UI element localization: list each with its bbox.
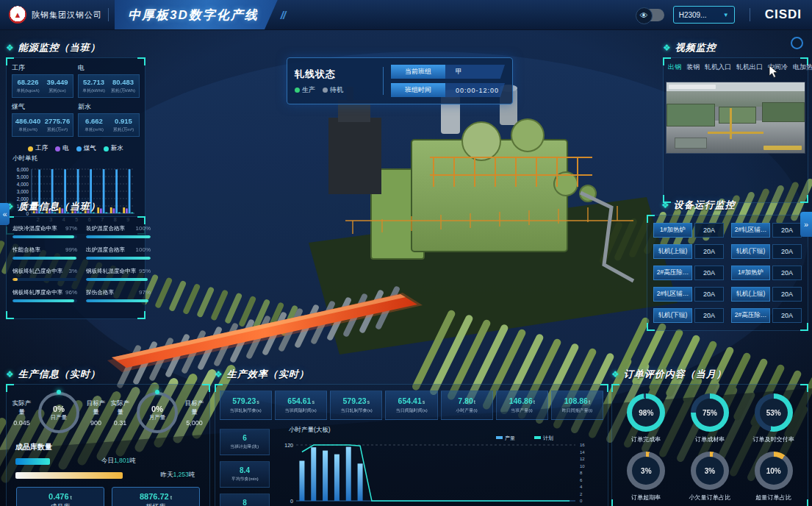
svg-text:6: 6 <box>580 478 583 482</box>
equipment-item: 2#轧区辅…20A <box>653 287 724 302</box>
video-panel: ❖ 视频监控 出钢装钢轧机入口轧机出口中间冷电加热 <box>663 41 808 203</box>
stat-card: 579.23s当班轧制节奏(s) <box>220 391 272 420</box>
equipment-item: 2#轧区辅…20A <box>731 223 802 238</box>
orders-panel-title: 订单评价内容（当月） <box>624 368 727 381</box>
panel-diamond-icon: ❖ <box>661 200 669 210</box>
stat-card: 7.80t小时产量(t) <box>441 391 493 420</box>
quality-item: 装炉温度合格率100% <box>86 224 151 238</box>
equipment-item: 轧机(下辊)20A <box>653 308 724 323</box>
equipment-item: 2#高压除…20A <box>731 308 802 323</box>
daily-output-cluster: 实际产量0.045 0%日产量 目标产量900 <box>10 392 108 433</box>
quality-item: 出炉温度合格率100% <box>86 246 151 260</box>
cctv-camera-label-overlay <box>764 146 802 150</box>
equipment-item: 轧机(上辊)20A <box>731 287 802 302</box>
page-title: 中厚板3D数字化产线 <box>128 7 259 24</box>
svg-text:8: 8 <box>580 471 583 475</box>
svg-text:14: 14 <box>580 450 585 455</box>
equipment-item: 1#加热炉20A <box>731 266 802 280</box>
tab-camera-5[interactable]: 电加热 <box>793 63 812 75</box>
svg-text:120: 120 <box>284 443 293 448</box>
production-panel-title: 生产信息（实时） <box>18 368 101 381</box>
svg-text:6,000: 6,000 <box>17 167 29 172</box>
panel-diamond-icon: ❖ <box>663 43 671 53</box>
left-collapse-tab[interactable]: « <box>0 203 10 225</box>
shift-dropdown[interactable]: H2309... ▼ <box>673 6 735 24</box>
equipment-item: 轧机(上辊)20A <box>653 244 724 259</box>
daily-output-ring: 0%日产量 <box>38 392 79 433</box>
efficiency-panel: ❖ 生产效率（实时） 579.23s当班轧制节奏(s) 654.61s当班间隔时… <box>215 368 608 506</box>
quality-item: 超快冷温度命中率97% <box>12 224 77 238</box>
order-donuts: 98%订单完成率 75%订单成材率 53%订单及时交付率 3%订单超期率 3%小… <box>612 385 808 506</box>
current-shift-badge: 当前班组 甲 <box>391 65 505 79</box>
svg-text:2: 2 <box>580 492 583 496</box>
energy-value: 52.713 <box>81 78 107 86</box>
energy-group-electric: 电 52.713单耗(kWh/t) 80.483累耗(万kWh) <box>78 63 140 98</box>
title-slash-decoration: // <box>281 9 285 21</box>
stat-card: 654.41s当日间隔时间(s) <box>385 391 437 420</box>
donut-cell: 3%订单超期率 <box>617 452 676 502</box>
production-panel: ❖ 生产信息（实时） 实际产量0.045 0%日产量 目标产量900 实际产量0… <box>6 368 210 506</box>
energy-panel-title: 能源监控（当班） <box>18 41 101 54</box>
shift-time-badge: 班组时间 00:00-12:00 <box>391 83 505 97</box>
equipment-item: 1#加热炉20A <box>653 223 724 238</box>
svg-text:产量: 产量 <box>505 435 515 441</box>
slab-stock-box: 8876.72t 板坯库 <box>112 487 200 506</box>
svg-text:16: 16 <box>580 443 585 447</box>
mini-stat: 6当班计划量(块) <box>220 429 270 455</box>
donut-cell: 75%订单成材率 <box>680 393 740 444</box>
camera-tabs: 出钢装钢轧机入口轧机出口中间冷电加热 <box>667 60 805 75</box>
quality-panel: ❖ 质量信息（当班） 超快冷温度命中率97% 装炉温度合格率100% 性能合格率… <box>6 200 145 319</box>
tab-camera-0[interactable]: 出钢 <box>668 63 681 75</box>
tab-camera-2[interactable]: 轧机入口 <box>705 63 731 75</box>
tab-camera-3[interactable]: 轧机出口 <box>736 63 763 75</box>
eye-icon: 👁 <box>636 7 653 24</box>
energy-value: 2775.76 <box>44 117 71 125</box>
page-title-plate: 中厚板3D数字化产线 <box>115 0 278 29</box>
equipment-panel-title: 设备运行监控 <box>674 199 736 212</box>
panel-diamond-icon: ❖ <box>611 369 619 380</box>
efficiency-stats: 579.23s当班轧制节奏(s) 654.61s当班间隔时间(s) 579.23… <box>215 385 608 423</box>
chevron-down-icon: ▼ <box>723 12 729 18</box>
energy-group-gas: 煤气 486.040单耗(m³/t) 2775.76累耗(万m³) <box>12 102 73 137</box>
energy-chart-title: 小时单耗 <box>12 154 145 163</box>
energy-value: 6.662 <box>81 117 107 125</box>
equipment-panel: ❖ 设备运行监控 1#加热炉20A 2#轧区辅…20A 轧机(上辊)20A 轧机… <box>647 199 808 331</box>
equipment-item: 2#高压除…20A <box>653 266 724 280</box>
dashboard-root: 陕钢集团汉钢公司 中厚板3D数字化产线 // 👁 H2309... ▼ CISD… <box>0 0 812 506</box>
company-logo-icon <box>9 6 26 24</box>
energy-group-water: 新水 6.662单耗(m³/t) 0.915累耗(万m³) <box>78 102 140 137</box>
right-collapse-tab[interactable]: » <box>800 212 812 237</box>
line-status-panel: 轧线状态 生产 待机 当前班组 甲 班组时间 00:00-12:00 <box>287 57 513 104</box>
cctv-video-frame[interactable] <box>667 82 805 153</box>
monthly-output-ring: 0%月产量 <box>137 392 178 433</box>
svg-text:0: 0 <box>580 499 583 503</box>
energy-groups: 工序 68.226单耗(kgce/t) 39.449累耗(tce) 电 52.7… <box>7 58 145 142</box>
panel-diamond-icon: ❖ <box>6 43 14 53</box>
efficiency-panel-title: 生产效率（实时） <box>227 368 309 381</box>
energy-value: 80.483 <box>109 78 137 86</box>
top-bar: 陕钢集团汉钢公司 中厚板3D数字化产线 // 👁 H2309... ▼ CISD… <box>0 0 812 30</box>
tab-camera-4[interactable]: 中间冷 <box>768 63 788 75</box>
line-status-title: 轧线状态 <box>295 68 376 81</box>
equipment-list: 1#加热炉20A 2#轧区辅…20A 轧机(上辊)20A 轧机(下辊)20A 2… <box>647 215 808 330</box>
tab-camera-1[interactable]: 装钢 <box>686 63 700 75</box>
svg-text:0: 0 <box>290 499 293 504</box>
quality-item: 探伤合格率97% <box>86 288 151 302</box>
quality-panel-title: 质量信息（当班） <box>18 200 101 213</box>
company-name: 陕钢集团汉钢公司 <box>32 10 102 21</box>
cisdi-logo: CISDI <box>765 7 802 22</box>
panel-diamond-icon: ❖ <box>6 369 14 380</box>
shift-dropdown-value: H2309... <box>679 11 707 19</box>
svg-text:4,000: 4,000 <box>17 182 29 187</box>
video-panel-action-icon[interactable] <box>791 37 803 49</box>
stock-bar-today: 今日1,801吨 <box>15 457 201 466</box>
quality-items: 超快冷温度命中率97% 装炉温度合格率100% 性能合格率99% 出炉温度合格率… <box>7 217 145 310</box>
energy-chart-legend: 工序 电 煤气 新水 <box>7 144 145 153</box>
quality-item: 钢板终轧温度命中率95% <box>86 267 151 281</box>
stat-card: 146.86t当班产量(t) <box>496 391 548 420</box>
monthly-output-cluster: 实际产量0.31 0%月产量 目标产量5,000 <box>108 392 206 433</box>
quality-item: 性能合格率99% <box>12 246 77 260</box>
visibility-toggle[interactable]: 👁 <box>636 9 664 21</box>
donut-cell: 53%订单及时交付率 <box>744 393 803 444</box>
finished-stock-box: 0.476t 成品库 <box>16 487 104 506</box>
